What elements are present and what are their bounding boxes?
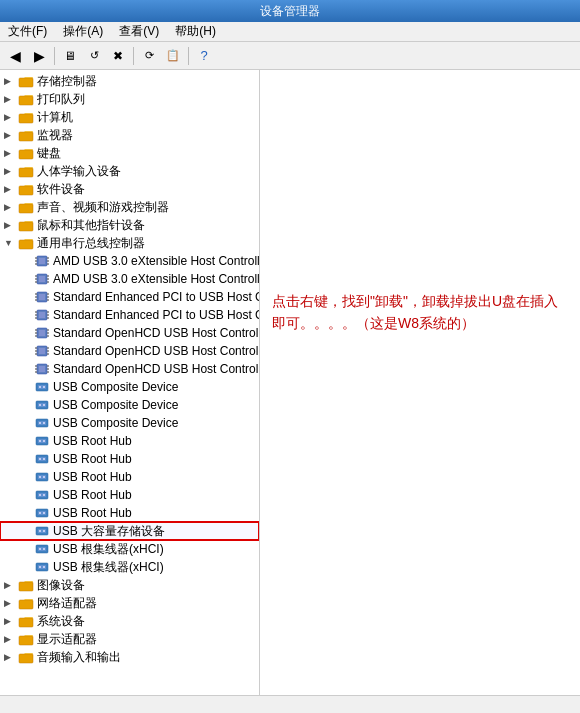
tree-arrow: ▶ — [4, 112, 18, 122]
status-bar — [0, 695, 580, 713]
tree-item-imaging[interactable]: ▶ 图像设备 — [0, 576, 259, 594]
toolbar-separator-3 — [188, 47, 189, 65]
tree-item-hub4[interactable]: USB Root Hub — [0, 486, 259, 504]
tree-item-comp1[interactable]: USB Composite Device — [0, 378, 259, 396]
svg-point-93 — [43, 494, 45, 496]
scan-button[interactable]: ⟳ — [138, 45, 160, 67]
tree-item-printers[interactable]: ▶ 打印队列 — [0, 90, 259, 108]
tree-item-network[interactable]: ▶ 网络适配器 — [0, 594, 259, 612]
svg-rect-27 — [39, 294, 45, 300]
tree-arrow: ▶ — [4, 616, 18, 626]
tree-item-icon — [18, 235, 34, 251]
svg-rect-114 — [19, 654, 33, 663]
tree-item-label: USB Composite Device — [53, 380, 178, 394]
tree-item-hid[interactable]: ▶ 人体学输入设备 — [0, 162, 259, 180]
tree-item-icon — [18, 631, 34, 647]
svg-rect-43 — [39, 330, 45, 336]
tree-item-amd-xhci1[interactable]: AMD USB 3.0 eXtensible Host Controller -… — [0, 252, 259, 270]
properties-button[interactable]: 🖥 — [59, 45, 81, 67]
tree-item-mass-storage[interactable]: USB 大容量存储设备 — [0, 522, 259, 540]
tree-item-std-ehci2[interactable]: Standard Enhanced PCI to USB Host Contro… — [0, 306, 259, 324]
tree-item-audio2[interactable]: ▶ 音频输入和输出 — [0, 648, 259, 666]
tree-item-std-ohci1[interactable]: Standard OpenHCD USB Host Controller — [0, 324, 259, 342]
tree-item-std-ohci2[interactable]: Standard OpenHCD USB Host Controller — [0, 342, 259, 360]
tree-item-icon — [34, 343, 50, 359]
uninstall-button[interactable]: ✖ — [107, 45, 129, 67]
tree-arrow: ▼ — [4, 238, 18, 248]
svg-rect-110 — [19, 582, 33, 591]
tree-item-icon — [34, 559, 50, 575]
tree-item-label: AMD USB 3.0 eXtensible Host Controller -… — [53, 272, 260, 286]
tree-item-amd-xhci2[interactable]: AMD USB 3.0 eXtensible Host Controller -… — [0, 270, 259, 288]
tree-item-root-xhci1[interactable]: USB 根集线器(xHCI) — [0, 540, 259, 558]
tree-item-mouse[interactable]: ▶ 鼠标和其他指针设备 — [0, 216, 259, 234]
svg-rect-7 — [19, 204, 33, 213]
forward-button[interactable]: ▶ — [28, 45, 50, 67]
tree-arrow: ▶ — [4, 166, 18, 176]
tree-item-storage[interactable]: ▶ 存储控制器 — [0, 72, 259, 90]
tree-item-label: 监视器 — [37, 127, 73, 144]
tree-item-label: AMD USB 3.0 eXtensible Host Controller -… — [53, 254, 260, 268]
menu-file[interactable]: 文件(F) — [4, 22, 51, 41]
tree-item-label: 计算机 — [37, 109, 73, 126]
svg-rect-0 — [19, 78, 33, 87]
tree-item-comp3[interactable]: USB Composite Device — [0, 414, 259, 432]
annotation-text: 点击右键，找到"卸载"，卸载掉拔出U盘在插入即可。。。。（这是W8系统的） — [272, 290, 568, 335]
tree-item-software[interactable]: ▶ 软件设备 — [0, 180, 259, 198]
tree-item-icon — [18, 91, 34, 107]
tree-item-label: USB Root Hub — [53, 452, 132, 466]
svg-point-72 — [39, 404, 41, 406]
annotation-panel: 点击右键，找到"卸载"，卸载掉拔出U盘在插入即可。。。。（这是W8系统的） — [260, 70, 580, 695]
svg-rect-112 — [19, 618, 33, 627]
tree-item-hub1[interactable]: USB Root Hub — [0, 432, 259, 450]
tree-item-label: 软件设备 — [37, 181, 85, 198]
tree-item-icon — [34, 271, 50, 287]
svg-point-80 — [39, 440, 41, 442]
menu-action[interactable]: 操作(A) — [59, 22, 107, 41]
tree-item-icon — [18, 199, 34, 215]
tree-item-hub2[interactable]: USB Root Hub — [0, 450, 259, 468]
tree-item-monitors[interactable]: ▶ 监视器 — [0, 126, 259, 144]
tree-item-comp2[interactable]: USB Composite Device — [0, 396, 259, 414]
tree-item-label: 存储控制器 — [37, 73, 97, 90]
tree-item-hub5[interactable]: USB Root Hub — [0, 504, 259, 522]
tree-item-icon — [34, 379, 50, 395]
tree-item-label: 网络适配器 — [37, 595, 97, 612]
tree-item-label: 音频输入和输出 — [37, 649, 121, 666]
tree-item-icon — [34, 289, 50, 305]
tree-item-hub3[interactable]: USB Root Hub — [0, 468, 259, 486]
tree-item-icon — [34, 361, 50, 377]
toolbar: ◀ ▶ 🖥 ↺ ✖ ⟳ 📋 ? — [0, 42, 580, 70]
tree-item-root-xhci2[interactable]: USB 根集线器(xHCI) — [0, 558, 259, 576]
resources-button[interactable]: 📋 — [162, 45, 184, 67]
svg-point-81 — [43, 440, 45, 442]
tree-item-label: Standard OpenHCD USB Host Controller — [53, 326, 260, 340]
tree-item-icon — [34, 415, 50, 431]
tree-item-computer[interactable]: ▶ 计算机 — [0, 108, 259, 126]
tree-item-system[interactable]: ▶ 系统设备 — [0, 612, 259, 630]
device-tree[interactable]: ▶ 存储控制器▶ 打印队列▶ 计算机▶ 监视器▶ 键盘▶ 人体学输入设备▶ — [0, 70, 260, 695]
tree-item-label: 鼠标和其他指针设备 — [37, 217, 145, 234]
tree-item-audio[interactable]: ▶ 声音、视频和游戏控制器 — [0, 198, 259, 216]
svg-rect-111 — [19, 600, 33, 609]
tree-arrow: ▶ — [4, 76, 18, 86]
tree-item-icon — [18, 127, 34, 143]
back-button[interactable]: ◀ — [4, 45, 26, 67]
tree-item-std-ohci3[interactable]: Standard OpenHCD USB Host Controller — [0, 360, 259, 378]
tree-item-icon — [34, 469, 50, 485]
tree-item-std-ehci1[interactable]: Standard Enhanced PCI to USB Host Contro… — [0, 288, 259, 306]
update-button[interactable]: ↺ — [83, 45, 105, 67]
help-button[interactable]: ? — [193, 45, 215, 67]
tree-item-label: 声音、视频和游戏控制器 — [37, 199, 169, 216]
window-title: 设备管理器 — [260, 4, 320, 18]
tree-item-display[interactable]: ▶ 显示适配器 — [0, 630, 259, 648]
menu-view[interactable]: 查看(V) — [115, 22, 163, 41]
toolbar-separator-2 — [133, 47, 134, 65]
tree-arrow: ▶ — [4, 202, 18, 212]
tree-item-icon — [34, 397, 50, 413]
tree-item-label: USB Root Hub — [53, 434, 132, 448]
tree-item-keyboard[interactable]: ▶ 键盘 — [0, 144, 259, 162]
tree-item-usb-root[interactable]: ▼ 通用串行总线控制器 — [0, 234, 259, 252]
svg-point-100 — [39, 530, 41, 532]
menu-help[interactable]: 帮助(H) — [171, 22, 220, 41]
